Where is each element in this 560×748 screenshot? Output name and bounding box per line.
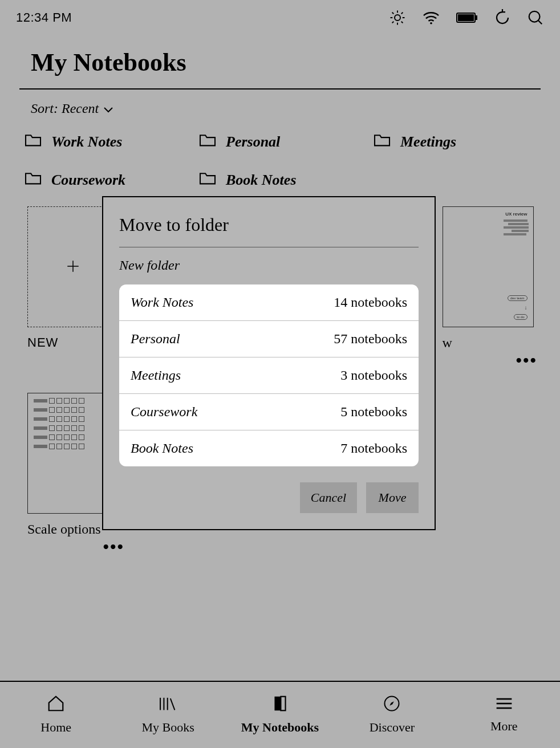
- folder-option-meetings[interactable]: Meetings 3 notebooks: [119, 357, 419, 394]
- folder-list: Work Notes 14 notebooks Personal 57 note…: [119, 284, 419, 466]
- folder-count: 5 notebooks: [340, 404, 407, 420]
- folder-option-book-notes[interactable]: Book Notes 7 notebooks: [119, 430, 419, 466]
- folder-count: 14 notebooks: [334, 295, 407, 310]
- folder-count: 57 notebooks: [334, 331, 407, 347]
- folder-name: Work Notes: [131, 295, 193, 310]
- cancel-button[interactable]: Cancel: [300, 482, 357, 513]
- folder-name: Coursework: [131, 404, 197, 420]
- folder-count: 3 notebooks: [340, 368, 407, 383]
- new-folder-button[interactable]: New folder: [119, 258, 419, 273]
- folder-option-coursework[interactable]: Coursework 5 notebooks: [119, 394, 419, 430]
- folder-name: Meetings: [131, 368, 181, 383]
- dialog-title: Move to folder: [119, 214, 419, 235]
- dialog-buttons: Cancel Move: [119, 482, 419, 513]
- move-button[interactable]: Move: [366, 482, 419, 513]
- folder-option-personal[interactable]: Personal 57 notebooks: [119, 321, 419, 357]
- folder-option-work-notes[interactable]: Work Notes 14 notebooks: [119, 284, 419, 321]
- divider: [119, 247, 419, 247]
- folder-name: Personal: [131, 331, 180, 347]
- folder-count: 7 notebooks: [340, 441, 407, 456]
- move-to-folder-dialog: Move to folder New folder Work Notes 14 …: [102, 196, 436, 530]
- folder-name: Book Notes: [131, 441, 193, 456]
